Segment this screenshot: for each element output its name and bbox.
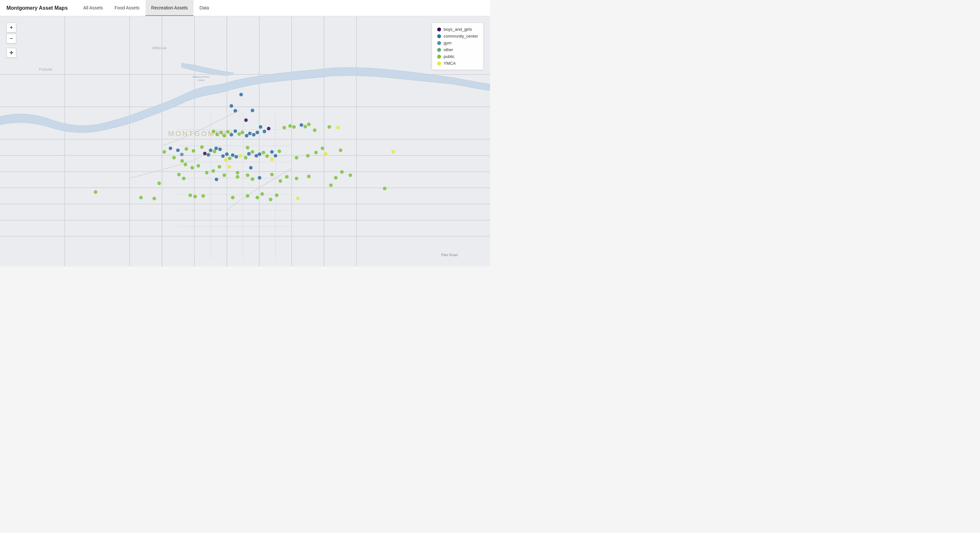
map-dot[interactable] <box>239 93 243 96</box>
map-dot[interactable] <box>244 118 248 122</box>
map-dot[interactable] <box>203 152 207 155</box>
map-dot[interactable] <box>270 150 274 154</box>
map-dot[interactable] <box>236 175 240 179</box>
map-dot[interactable] <box>258 152 261 156</box>
map-dot[interactable] <box>183 163 187 166</box>
map-dot[interactable] <box>329 183 332 187</box>
map-dot[interactable] <box>339 148 342 152</box>
map-dot[interactable] <box>391 150 395 154</box>
map-dot[interactable] <box>214 147 218 150</box>
map-dot[interactable] <box>139 195 143 199</box>
map-dot[interactable] <box>200 145 204 149</box>
map-dot[interactable] <box>267 127 270 130</box>
map-dot[interactable] <box>225 152 229 156</box>
map-dot[interactable] <box>237 132 241 136</box>
map-dot[interactable] <box>176 148 180 152</box>
map-dot[interactable] <box>258 176 261 179</box>
map-dot[interactable] <box>328 125 331 128</box>
map-dot[interactable] <box>288 124 292 128</box>
map-dot[interactable] <box>241 131 244 134</box>
map-dot[interactable] <box>245 134 248 138</box>
map-dot[interactable] <box>262 151 266 154</box>
map-dot[interactable] <box>185 148 188 151</box>
map-dot[interactable] <box>270 173 274 176</box>
map-dot[interactable] <box>211 169 215 173</box>
map-dot[interactable] <box>255 154 258 157</box>
map-dot[interactable] <box>177 173 180 176</box>
map-dot[interactable] <box>266 154 269 158</box>
map-dot[interactable] <box>209 149 213 152</box>
compass-button[interactable]: ✛ <box>6 48 16 58</box>
map-dot[interactable] <box>231 154 235 157</box>
map-dot[interactable] <box>231 196 235 200</box>
map-dot[interactable] <box>218 165 221 169</box>
map-dot[interactable] <box>153 197 156 200</box>
map-dot[interactable] <box>224 159 228 162</box>
map-dot[interactable] <box>158 182 161 185</box>
map-dot[interactable] <box>259 125 262 129</box>
map-dot[interactable] <box>255 131 259 134</box>
map-dot[interactable] <box>162 150 166 154</box>
map-dot[interactable] <box>292 125 296 128</box>
map-dot[interactable] <box>278 179 282 182</box>
map-dot[interactable] <box>169 147 172 150</box>
map-dot[interactable] <box>324 152 328 156</box>
map-dot[interactable] <box>303 125 307 128</box>
map-dot[interactable] <box>282 125 286 129</box>
map-dot[interactable] <box>180 159 184 163</box>
map-dot[interactable] <box>250 108 254 112</box>
map-dot[interactable] <box>246 146 249 149</box>
map-dot[interactable] <box>236 171 240 174</box>
map-dot[interactable] <box>306 154 310 158</box>
map-dot[interactable] <box>274 154 277 157</box>
nav-tab-all-assets[interactable]: All Assets <box>78 0 109 16</box>
map-dot[interactable] <box>188 194 192 197</box>
map-dot[interactable] <box>260 192 264 195</box>
map-dot[interactable] <box>233 129 237 133</box>
map-dot[interactable] <box>250 150 254 154</box>
map-dot[interactable] <box>182 176 186 180</box>
map-dot[interactable] <box>340 170 344 174</box>
map-dot[interactable] <box>207 153 210 157</box>
map-dot[interactable] <box>228 157 232 160</box>
map-dot[interactable] <box>246 194 249 198</box>
map-dot[interactable] <box>205 171 209 174</box>
map-dot[interactable] <box>313 128 316 132</box>
map-dot[interactable] <box>270 158 274 161</box>
map-dot[interactable] <box>252 133 256 136</box>
map-dot[interactable] <box>197 164 200 168</box>
map-dot[interactable] <box>234 155 238 159</box>
map-dot[interactable] <box>218 148 222 151</box>
map-dot[interactable] <box>336 125 340 129</box>
map-dot[interactable] <box>192 149 196 152</box>
map-dot[interactable] <box>277 150 281 153</box>
map-dot[interactable] <box>172 156 176 159</box>
map-dot[interactable] <box>269 198 272 201</box>
map-dot[interactable] <box>250 178 254 181</box>
map-dot[interactable] <box>233 109 237 113</box>
map-dot[interactable] <box>202 194 205 198</box>
map-dot[interactable] <box>229 104 233 108</box>
map-dot[interactable] <box>307 174 310 178</box>
map-dot[interactable] <box>285 175 288 179</box>
map-dot[interactable] <box>247 152 251 156</box>
map-dot[interactable] <box>296 197 300 200</box>
map-dot[interactable] <box>320 147 324 150</box>
map-dot[interactable] <box>299 124 303 127</box>
map-dot[interactable] <box>223 173 226 177</box>
map-dot[interactable] <box>275 194 279 197</box>
map-dot[interactable] <box>314 151 318 154</box>
map-dot[interactable] <box>180 152 183 156</box>
map-dot[interactable] <box>349 173 352 177</box>
zoom-in-button[interactable]: + <box>6 23 16 32</box>
map-dot[interactable] <box>228 165 231 168</box>
nav-tab-data[interactable]: Data <box>194 0 215 16</box>
map-dot[interactable] <box>249 166 253 169</box>
map-dot[interactable] <box>248 132 252 135</box>
map-dot[interactable] <box>193 195 197 198</box>
map-dot[interactable] <box>383 187 386 190</box>
map-dot[interactable] <box>94 190 97 194</box>
map-dot[interactable] <box>190 166 194 169</box>
map-dot[interactable] <box>238 154 242 158</box>
map-dot[interactable] <box>263 130 266 133</box>
